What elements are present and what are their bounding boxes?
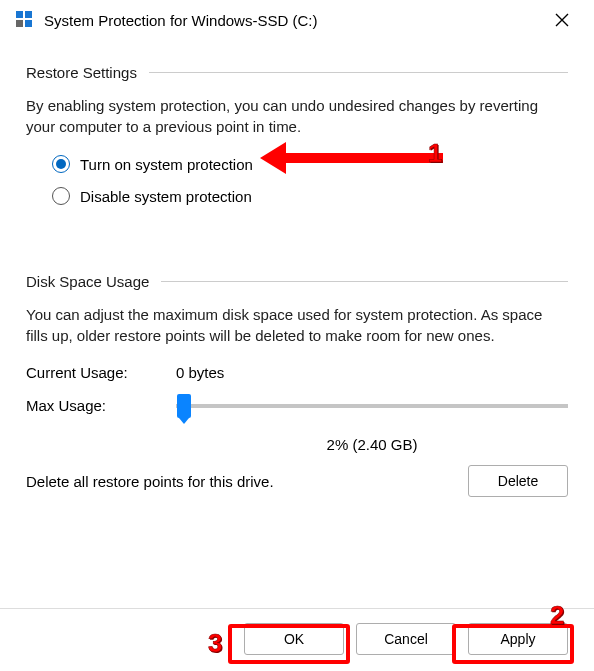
apply-button[interactable]: Apply — [468, 623, 568, 655]
max-usage-label: Max Usage: — [26, 397, 176, 414]
radio-off-label: Disable system protection — [80, 188, 252, 205]
radio-disable[interactable]: Disable system protection — [52, 187, 568, 205]
slider-value-text: 2% (2.40 GB) — [26, 436, 568, 453]
restore-description: By enabling system protection, you can u… — [26, 95, 568, 137]
disk-description: You can adjust the maximum disk space us… — [26, 304, 568, 346]
close-button[interactable] — [542, 4, 582, 36]
radio-icon — [52, 187, 70, 205]
cancel-button[interactable]: Cancel — [356, 623, 456, 655]
max-usage-slider[interactable] — [176, 404, 568, 408]
current-usage-label: Current Usage: — [26, 364, 176, 381]
dialog-footer: OK Cancel Apply — [0, 608, 594, 671]
delete-button[interactable]: Delete — [468, 465, 568, 497]
system-protection-icon — [16, 11, 34, 29]
radio-icon — [52, 155, 70, 173]
restore-settings-header: Restore Settings — [26, 64, 568, 81]
titlebar: System Protection for Windows-SSD (C:) — [0, 0, 594, 40]
radio-turn-on[interactable]: Turn on system protection — [52, 155, 568, 173]
window-title: System Protection for Windows-SSD (C:) — [44, 12, 542, 29]
delete-description: Delete all restore points for this drive… — [26, 473, 274, 490]
disk-space-header: Disk Space Usage — [26, 273, 568, 290]
slider-thumb[interactable] — [177, 394, 191, 418]
radio-on-label: Turn on system protection — [80, 156, 253, 173]
current-usage-value: 0 bytes — [176, 364, 224, 381]
ok-button[interactable]: OK — [244, 623, 344, 655]
